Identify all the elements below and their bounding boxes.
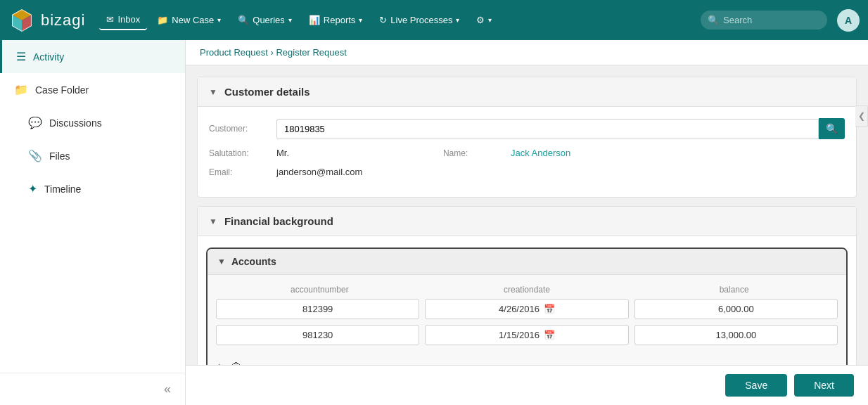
bottom-toolbar: Save Next [186,365,868,405]
customer-input-wrap: 🔍 [276,118,845,139]
cell-balance-1: 6,000.00 [634,299,838,319]
save-button[interactable]: Save [725,374,787,397]
accounts-title: Accounts [231,256,276,267]
cell-balance-2: 13,000.00 [634,325,838,345]
balance-1-value: 6,000.00 [718,304,754,314]
cell-creationdate-1: 4/26/2016 📅 [425,299,628,319]
accounts-table-header: accountnumber creationdate balance [216,281,838,299]
customer-details-section: ▼ Customer details Customer: 🔍 Saluta [197,77,857,198]
search-input[interactable] [701,11,827,30]
name-value: Jack Anderson [511,148,570,158]
sidebar-item-discussions[interactable]: 💬 Discussions [0,106,185,139]
customer-details-title: Customer details [224,86,310,98]
customer-search-button[interactable]: 🔍 [819,118,845,139]
col-balance: balance [633,285,835,295]
nav-settings[interactable]: ⚙ ▾ [469,11,499,30]
logo: bizagi [8,7,85,34]
top-nav: bizagi ✉ Inbox 📁 New Case ▾ 🔍 Queries ▾ … [0,0,868,40]
balance-2-value: 13,000.00 [715,330,756,340]
reports-caret-icon: ▾ [359,16,362,24]
accountnumber-1-value: 812399 [302,304,333,314]
panel-collapse-button[interactable]: ❮ [855,105,868,127]
customer-details-body: Customer: 🔍 Salutation: Mr. Name: Jack A… [198,107,856,197]
customer-input[interactable] [276,119,819,139]
calendar-1-icon[interactable]: 📅 [544,304,555,314]
creationdate-2-value: 1/15/2016 [499,330,540,340]
cell-creationdate-2: 1/15/2016 📅 [425,325,628,345]
financial-background-chevron-icon: ▼ [209,217,217,226]
form-scroll: ▼ Customer details Customer: 🔍 Saluta [186,65,868,365]
breadcrumb-part2: Register Request [276,47,346,58]
email-row: Email: janderson@mail.com [209,167,845,177]
timeline-icon: ✦ [28,182,37,195]
case-folder-icon: 📁 [14,83,28,96]
sidebar: ☰ Activity 📁 Case Folder 💬 Discussions 📎… [0,40,186,405]
sidebar-item-activity[interactable]: ☰ Activity [0,40,185,73]
accounts-chevron-icon: ▼ [217,257,226,266]
sidebar-item-timeline[interactable]: ✦ Timeline [0,172,185,205]
nav-queries[interactable]: 🔍 Queries ▾ [231,11,299,30]
main-layout: ☰ Activity 📁 Case Folder 💬 Discussions 📎… [0,40,868,405]
cell-accountnumber-1: 812399 [216,299,419,319]
name-label: Name: [443,148,499,158]
salutation-name-row: Salutation: Mr. Name: Jack Anderson [209,148,845,158]
inbox-icon: ✉ [106,14,114,25]
customer-row: Customer: 🔍 [209,118,845,139]
content-area: Product Request › Register Request ❮ ▼ C… [186,40,868,405]
table-row: 981230 1/15/2016 📅 13,000.00 [216,325,838,345]
financial-background-body: ▼ Accounts accountnumber creationdate ba… [198,236,856,365]
sidebar-item-files[interactable]: 📎 Files [0,139,185,172]
sidebar-collapse-button[interactable]: « [0,373,185,405]
accounts-actions: + 🗑 [208,356,846,365]
search-wrap: 🔍 [701,11,827,30]
creationdate-1-value: 4/26/2016 [499,304,540,314]
next-button[interactable]: Next [794,374,854,397]
customer-details-header[interactable]: ▼ Customer details [198,77,856,107]
logo-text: bizagi [41,11,85,30]
live-processes-caret-icon: ▾ [456,16,459,24]
queries-icon: 🔍 [238,15,249,25]
accounts-table: accountnumber creationdate balance 81239… [208,275,846,356]
nav-inbox[interactable]: ✉ Inbox [99,10,147,30]
nav-new-case[interactable]: 📁 New Case ▾ [150,11,228,30]
customer-label: Customer: [209,124,265,134]
accountnumber-2-value: 981230 [302,330,333,340]
settings-icon: ⚙ [476,15,485,25]
activity-icon: ☰ [16,50,26,63]
calendar-2-icon[interactable]: 📅 [544,330,555,340]
salutation-label: Salutation: [209,148,265,158]
col-creationdate: creationdate [426,285,628,295]
email-label: Email: [209,167,265,177]
nav-live-processes[interactable]: ↻ Live Processes ▾ [372,11,466,30]
table-row: 812399 4/26/2016 📅 6,000.00 [216,299,838,319]
customer-details-chevron-icon: ▼ [209,87,217,97]
settings-caret-icon: ▾ [488,16,492,24]
cell-accountnumber-2: 981230 [216,325,419,345]
email-value: janderson@mail.com [276,167,362,177]
accounts-header[interactable]: ▼ Accounts [208,249,846,275]
financial-background-header[interactable]: ▼ Financial background [198,207,856,236]
avatar[interactable]: A [837,9,860,32]
financial-background-title: Financial background [224,215,333,227]
live-processes-icon: ↻ [379,15,387,25]
newcase-caret-icon: ▾ [217,16,221,24]
sidebar-item-case-folder[interactable]: 📁 Case Folder [0,73,185,106]
breadcrumb: Product Request › Register Request [186,40,868,65]
bizagi-logo-icon [8,7,35,34]
financial-background-section: ▼ Financial background ▼ Accounts ac [197,206,857,365]
newcase-icon: 📁 [157,15,168,25]
breadcrumb-part1[interactable]: Product Request [200,47,268,58]
col-accountnumber: accountnumber [219,285,421,295]
queries-caret-icon: ▾ [288,16,292,24]
discussions-icon: 💬 [28,116,42,129]
salutation-value: Mr. [276,148,289,158]
nav-reports[interactable]: 📊 Reports ▾ [302,11,370,30]
files-icon: 📎 [28,149,42,162]
breadcrumb-separator: › [268,47,276,58]
reports-icon: 📊 [309,15,320,25]
accounts-section: ▼ Accounts accountnumber creationdate ba… [206,248,848,365]
